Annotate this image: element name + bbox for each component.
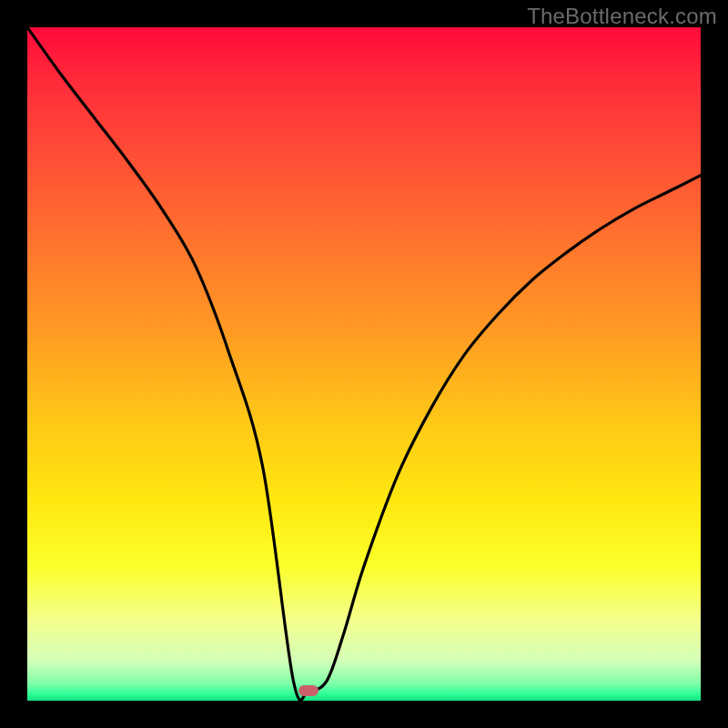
optimum-marker [298,685,318,696]
bottleneck-curve [27,27,701,701]
plot-area [27,27,701,701]
watermark-label: TheBottleneck.com [527,4,717,29]
chart-frame: TheBottleneck.com [0,0,728,728]
